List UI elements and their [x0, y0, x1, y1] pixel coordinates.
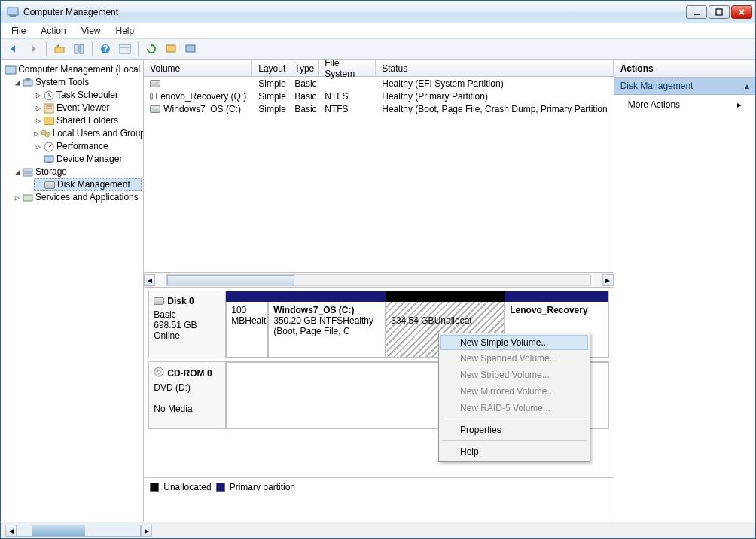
partition-windows7-os[interactable]: Windows7_OS (C:)350.20 GB NTFSHealthy (B…: [268, 291, 386, 358]
tree-event-viewer[interactable]: ▷Event Viewer: [34, 102, 142, 114]
menu-new-mirrored-volume: New Mirrored Volume...: [440, 383, 588, 400]
svg-rect-13: [5, 66, 16, 74]
svg-rect-5: [75, 44, 78, 53]
menu-new-simple-volume[interactable]: New Simple Volume...: [440, 335, 588, 350]
svg-rect-0: [8, 8, 18, 15]
status-bar: ◂▸: [1, 522, 755, 538]
menu-new-striped-volume: New Striped Volume...: [440, 367, 588, 383]
title-bar: Computer Management: [1, 1, 755, 23]
col-layout[interactable]: Layout: [252, 60, 288, 76]
volume-row[interactable]: SimpleBasicHealthy (EFI System Partition…: [144, 77, 613, 90]
tree-shared-folders[interactable]: ▷Shared Folders: [34, 114, 142, 127]
views-button[interactable]: [117, 41, 133, 57]
disk-icon: [154, 297, 164, 305]
minimize-button[interactable]: [686, 5, 707, 19]
cdrom-label[interactable]: CD-ROM 0 DVD (D:) No Media: [149, 362, 226, 428]
svg-rect-3: [716, 9, 722, 15]
legend: Unallocated Primary partition: [144, 477, 613, 495]
collapse-icon: ▴: [745, 81, 749, 91]
toolbar-icon-1[interactable]: [163, 41, 179, 57]
legend-unallocated-swatch: [150, 483, 159, 492]
tree-services-apps[interactable]: ▷ Services and Applications: [13, 191, 142, 204]
svg-rect-1: [10, 15, 16, 17]
actions-more-actions[interactable]: More Actions ▸: [614, 95, 755, 114]
toolbar-icon-2[interactable]: [182, 41, 199, 57]
properties-button[interactable]: [71, 41, 87, 57]
forward-button[interactable]: [25, 41, 41, 57]
help-button[interactable]: ?: [97, 41, 114, 57]
menu-help[interactable]: Help: [440, 443, 588, 460]
context-menu: New Simple Volume... New Spanned Volume.…: [438, 333, 590, 462]
svg-rect-11: [166, 45, 175, 52]
col-status[interactable]: Status: [376, 60, 613, 76]
toolbar: ?: [1, 38, 755, 59]
svg-rect-24: [23, 169, 32, 172]
legend-primary-label: Primary partition: [230, 482, 295, 492]
tree-system-tools[interactable]: ◢ System Tools: [13, 76, 142, 89]
svg-rect-9: [120, 44, 130, 53]
svg-rect-25: [23, 173, 32, 176]
horizontal-scrollbar-upper[interactable]: ◂▸: [144, 273, 613, 288]
cdrom-icon: [154, 367, 164, 379]
col-filesystem[interactable]: File System: [319, 60, 376, 76]
svg-rect-23: [47, 162, 51, 163]
menu-new-raid5-volume: New RAID-5 Volume...: [440, 400, 588, 416]
partition-efi[interactable]: 100 MBHealthy: [226, 291, 268, 358]
menu-file[interactable]: File: [4, 25, 33, 37]
svg-rect-26: [23, 195, 32, 201]
disk0-label[interactable]: Disk 0 Basic 698.51 GB Online: [149, 291, 226, 358]
svg-rect-2: [694, 14, 700, 15]
close-button[interactable]: [731, 5, 752, 19]
tree-device-manager[interactable]: Device Manager: [34, 153, 142, 166]
tree-panel: Computer Management (Local ◢ System Tool…: [1, 60, 144, 522]
volume-row[interactable]: Windows7_OS (C:) SimpleBasicNTFSHealthy …: [144, 102, 613, 115]
submenu-arrow-icon: ▸: [737, 99, 742, 110]
actions-header: Actions: [614, 60, 755, 78]
body: Computer Management (Local ◢ System Tool…: [1, 59, 755, 522]
svg-text:?: ?: [102, 44, 108, 54]
col-type[interactable]: Type: [288, 60, 319, 76]
back-button[interactable]: [5, 41, 22, 57]
menu-view[interactable]: View: [74, 25, 108, 37]
svg-point-20: [45, 132, 50, 137]
volume-list: Volume Layout Type File System Status Si…: [144, 60, 613, 273]
svg-rect-22: [44, 156, 53, 162]
svg-point-28: [157, 370, 160, 373]
actions-panel: Actions Disk Management ▴ More Actions ▸: [614, 60, 755, 522]
svg-rect-4: [55, 47, 64, 53]
menu-properties[interactable]: Properties: [440, 422, 588, 438]
tree-disk-management[interactable]: Disk Management: [34, 178, 142, 191]
legend-primary-swatch: [216, 483, 225, 492]
menu-action[interactable]: Action: [33, 25, 73, 37]
legend-unallocated-label: Unallocated: [163, 482, 211, 492]
menu-new-spanned-volume: New Spanned Volume...: [440, 350, 588, 367]
actions-section-disk-management[interactable]: Disk Management ▴: [614, 78, 755, 95]
col-volume[interactable]: Volume: [144, 60, 252, 76]
svg-rect-12: [186, 45, 195, 52]
tree-performance[interactable]: ▷Performance: [34, 140, 142, 153]
window-title: Computer Management: [23, 7, 684, 17]
svg-rect-6: [80, 44, 84, 53]
tree-storage[interactable]: ◢ Storage: [13, 166, 142, 178]
menu-help[interactable]: Help: [108, 25, 142, 37]
window: Computer Management File Action View Hel…: [0, 0, 756, 539]
volume-row[interactable]: Lenovo_Recovery (Q:) SimpleBasicNTFSHeal…: [144, 90, 613, 102]
menu-bar: File Action View Help: [1, 23, 755, 38]
app-icon: [7, 6, 19, 18]
refresh-button[interactable]: [143, 41, 160, 57]
svg-rect-14: [23, 80, 32, 86]
tree-task-scheduler[interactable]: ▷Task Scheduler: [34, 89, 142, 102]
horizontal-scrollbar-tree[interactable]: ◂▸: [5, 525, 152, 537]
tree-local-users[interactable]: ▷Local Users and Groups: [34, 127, 142, 140]
up-button[interactable]: [51, 41, 68, 57]
tree-root[interactable]: Computer Management (Local: [2, 63, 142, 76]
maximize-button[interactable]: [709, 5, 730, 19]
